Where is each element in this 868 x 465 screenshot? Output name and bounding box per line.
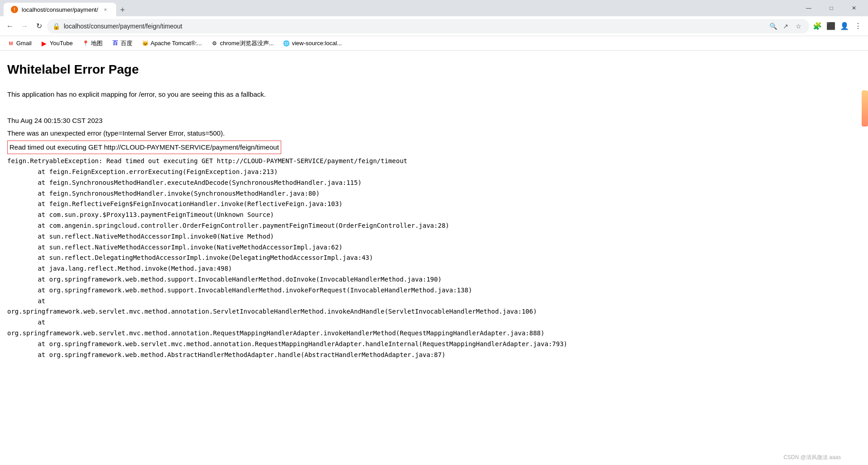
youtube-favicon: ▶ [41,40,48,47]
page-title: Whitelabel Error Page [7,60,861,80]
scrollbar-indicator[interactable] [862,90,868,127]
reload-button[interactable]: ↻ [33,20,45,33]
address-icons: 🔍 ↗ ☆ [768,21,804,32]
tab-strip: ! localhost/consumer/payment/ × + [4,0,795,16]
tab-favicon: ! [11,6,18,13]
bookmark-view-source[interactable]: 🌐 view-source:local... [279,39,346,48]
address-text: localhost/consumer/payment/feign/timeout [64,23,764,30]
extensions-button[interactable]: 🧩 [811,20,824,33]
window-controls: — □ ✕ [798,1,864,15]
gmail-label: Gmail [16,40,32,47]
highlighted-error: Read timed out executing GET http://CLOU… [7,141,281,154]
description-text: This application has no explicit mapping… [7,89,861,100]
browser-window: ! localhost/consumer/payment/ × + — □ ✕ … [0,0,868,465]
bookmark-star-icon[interactable]: ☆ [793,21,804,32]
address-bar[interactable]: 🔒 localhost/consumer/payment/feign/timeo… [47,19,809,33]
page-content: Whitelabel Error Page This application h… [0,51,868,465]
tab-favicon-icon: ! [14,7,15,12]
view-source-favicon: 🌐 [283,40,290,47]
chrome-favicon: ⚙ [211,40,218,47]
tab-title: localhost/consumer/payment/ [22,6,98,13]
menu-button[interactable]: ⋮ [852,20,864,33]
ditu-favicon: 📍 [82,40,89,47]
nav-bar: ← → ↻ 🔒 localhost/consumer/payment/feign… [0,16,868,36]
profile-button[interactable]: 👤 [838,20,851,33]
bookmark-ditu[interactable]: 📍 地图 [78,38,106,48]
tab-close-button[interactable]: × [102,6,109,13]
title-bar: ! localhost/consumer/payment/ × + — □ ✕ [0,0,868,16]
bookmark-youtube[interactable]: ▶ YouTube [37,39,76,48]
bookmarks-bar: M Gmail ▶ YouTube 📍 地图 百 百度 🐱 Apache Tom… [0,36,868,51]
bookmark-chrome-settings[interactable]: ⚙ chrome浏览器没声... [207,38,277,48]
csdn-watermark: CSDN @清风微淡 aaas [783,454,841,461]
bookmark-tomcat[interactable]: 🐱 Apache Tomcat®:... [138,39,205,48]
baidu-favicon: 百 [112,40,119,47]
sidebar-button[interactable]: ⬛ [825,20,837,33]
stack-trace: feign.RetryableException: Read timed out… [7,156,861,360]
search-icon[interactable]: 🔍 [768,21,778,32]
error-type: There was an unexpected error (type=Inte… [7,128,861,139]
tomcat-label: Apache Tomcat®:... [151,40,202,47]
back-button[interactable]: ← [4,20,16,33]
nav-right-buttons: 🧩 ⬛ 👤 ⋮ [811,20,864,33]
minimize-button[interactable]: — [798,1,819,15]
maximize-button[interactable]: □ [821,1,842,15]
close-window-button[interactable]: ✕ [844,1,864,15]
view-source-label: view-source:local... [292,40,342,47]
gmail-favicon: M [7,40,14,47]
new-tab-button[interactable]: + [116,4,129,16]
share-icon[interactable]: ↗ [780,21,791,32]
ditu-label: 地图 [91,39,103,47]
timestamp: Thu Aug 24 00:15:30 CST 2023 [7,115,861,126]
chrome-settings-label: chrome浏览器没声... [220,39,274,47]
forward-button[interactable]: → [18,20,31,33]
baidu-label: 百度 [121,39,132,47]
bookmark-baidu[interactable]: 百 百度 [108,38,136,48]
active-tab[interactable]: ! localhost/consumer/payment/ × [4,3,116,16]
tomcat-favicon: 🐱 [142,40,149,47]
youtube-label: YouTube [50,40,73,47]
bookmark-gmail[interactable]: M Gmail [4,39,35,48]
security-icon: 🔒 [52,23,60,30]
